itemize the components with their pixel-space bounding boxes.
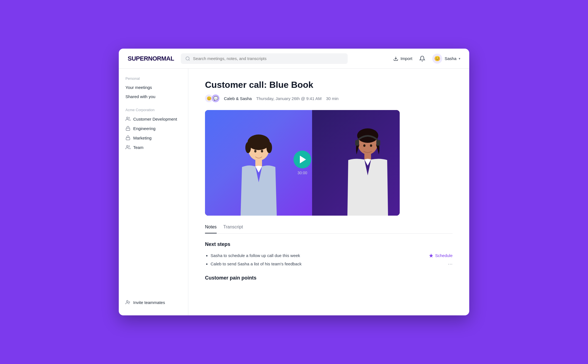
- import-button[interactable]: Import: [393, 56, 412, 61]
- sidebar-workspace-section: Acme Corporation Customer Development En…: [119, 108, 188, 152]
- video-timestamp: 30:00: [297, 171, 307, 175]
- notes-content: Next steps Sasha to schedule a follow up…: [205, 241, 453, 281]
- user-menu-button[interactable]: 😊 Sasha ▾: [432, 54, 460, 64]
- lock-icon: [125, 126, 130, 131]
- sidebar-item-shared-with-you[interactable]: Shared with you: [119, 92, 188, 101]
- svg-rect-13: [255, 159, 262, 166]
- meeting-date: Thursday, January 26th @ 9:41 AM: [256, 96, 322, 101]
- personal-section-label: Personal: [119, 76, 188, 81]
- svg-point-11: [245, 142, 251, 153]
- schedule-button[interactable]: Schedule: [429, 253, 453, 258]
- svg-point-6: [127, 300, 128, 302]
- play-overlay: 30:00: [293, 151, 311, 175]
- svg-rect-3: [126, 128, 130, 130]
- svg-point-10: [248, 134, 270, 150]
- sidebar-item-invite-teammates[interactable]: Invite teammates: [119, 298, 188, 307]
- header-actions: Import 😊 Sasha ▾: [393, 53, 460, 64]
- sidebar-item-marketing[interactable]: Marketing: [119, 133, 188, 143]
- invite-icon: [125, 300, 130, 305]
- chevron-down-icon: ▾: [459, 57, 460, 61]
- meeting-meta: 😊 💬 Caleb & Sasha Thursday, January 26th…: [205, 94, 453, 102]
- search-input[interactable]: [193, 56, 343, 61]
- lock-icon-2: [125, 135, 130, 140]
- meeting-title: Customer call: Blue Book: [205, 80, 453, 90]
- svg-rect-18: [355, 140, 359, 146]
- list-item: Sasha to schedule a follow up call due t…: [211, 252, 453, 259]
- person-right-silhouette: [339, 121, 397, 216]
- svg-rect-20: [364, 153, 371, 159]
- avatar: 😊: [432, 54, 442, 64]
- sidebar-bottom: Invite teammates: [119, 159, 188, 307]
- video-player[interactable]: 30:00: [205, 110, 400, 216]
- next-steps-list: Sasha to schedule a follow up call due t…: [205, 252, 453, 268]
- person-left-silhouette: [231, 127, 286, 216]
- play-button[interactable]: [293, 151, 311, 168]
- video-right-panel: [312, 110, 400, 216]
- app-body: Personal Your meetings Shared with you A…: [119, 69, 469, 315]
- svg-point-14: [254, 150, 256, 153]
- app-logo: SUPERNORMAL: [128, 55, 174, 62]
- next-step-row-1: Sasha to schedule a follow up call due t…: [211, 253, 453, 258]
- your-meetings-label: Your meetings: [125, 85, 152, 90]
- meeting-avatars: 😊 💬: [205, 94, 219, 102]
- tabs-container: Notes Transcript: [205, 225, 453, 234]
- sidebar-item-engineering[interactable]: Engineering: [119, 124, 188, 133]
- search-bar[interactable]: [181, 53, 348, 64]
- list-item: Caleb to send Sasha a list of his team's…: [211, 259, 453, 268]
- sidebar-item-your-meetings[interactable]: Your meetings: [119, 83, 188, 92]
- sidebar-item-customer-development[interactable]: Customer Development: [119, 114, 188, 124]
- svg-point-12: [266, 142, 272, 153]
- meeting-duration: 30 min: [326, 96, 339, 101]
- sidebar: Personal Your meetings Shared with you A…: [119, 69, 188, 315]
- shared-with-you-label: Shared with you: [125, 94, 155, 99]
- app-header: SUPERNORMAL Import 😊 Sasha ▾: [119, 49, 469, 69]
- svg-point-15: [261, 150, 263, 153]
- search-icon: [185, 56, 190, 61]
- svg-point-0: [186, 57, 189, 60]
- main-content: Customer call: Blue Book 😊 💬 Caleb & Sas…: [188, 69, 469, 315]
- people-icon: [125, 116, 130, 121]
- tab-notes[interactable]: Notes: [205, 225, 217, 233]
- people-icon-2: [125, 145, 130, 150]
- next-steps-heading: Next steps: [205, 241, 453, 247]
- sidebar-personal-section: Personal Your meetings Shared with you: [119, 76, 188, 101]
- next-step-text-1: Sasha to schedule a follow up call due t…: [211, 253, 300, 258]
- tab-transcript[interactable]: Transcript: [223, 225, 243, 233]
- next-step-text-2: Caleb to send Sasha a list of his team's…: [211, 261, 302, 266]
- next-step-row-2: Caleb to send Sasha a list of his team's…: [211, 261, 453, 267]
- more-options-icon[interactable]: ···: [448, 261, 453, 267]
- participants-label: Caleb & Sasha: [224, 96, 252, 101]
- sidebar-item-team[interactable]: Team: [119, 143, 188, 152]
- svg-point-22: [370, 144, 372, 147]
- username-label: Sasha: [444, 56, 456, 61]
- play-triangle-icon: [300, 156, 306, 163]
- sasha-avatar: 💬: [212, 94, 219, 102]
- pain-points-heading: Customer pain points: [205, 275, 453, 281]
- workspace-section-label: Acme Corporation: [119, 108, 188, 112]
- notifications-button[interactable]: [417, 53, 428, 64]
- import-icon: [393, 56, 398, 61]
- svg-rect-4: [126, 138, 130, 140]
- schedule-star-icon: [429, 253, 433, 258]
- svg-point-21: [363, 144, 365, 147]
- svg-rect-19: [376, 140, 380, 146]
- bell-icon: [419, 56, 425, 62]
- svg-point-5: [127, 145, 128, 147]
- svg-point-2: [127, 117, 128, 119]
